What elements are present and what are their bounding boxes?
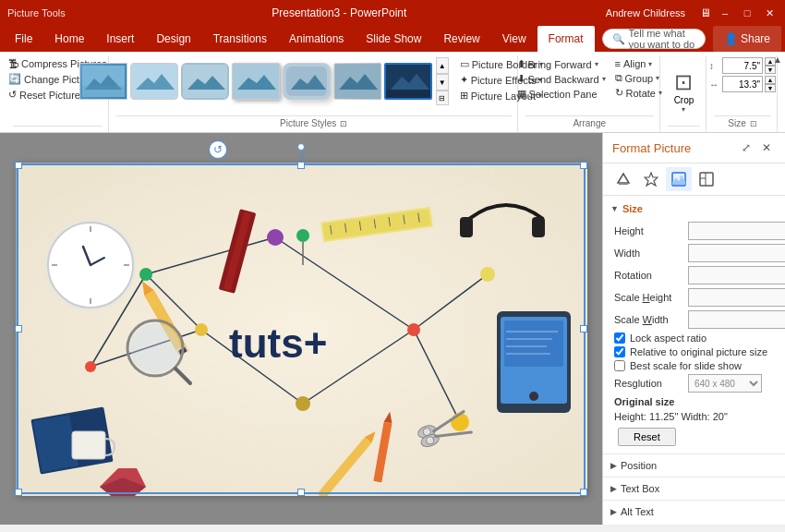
- menu-bar: File Home Insert Design Transitions Anim…: [0, 26, 785, 52]
- styles-scroll-up[interactable]: ▲: [436, 57, 449, 74]
- style-preview-4: [233, 64, 279, 99]
- lock-aspect-checkbox[interactable]: [614, 332, 625, 344]
- style-thumb-3[interactable]: [181, 63, 229, 100]
- size-arrow: ▼: [610, 204, 619, 213]
- text-box-section-header[interactable]: ▶ Text Box: [603, 478, 785, 500]
- align-button[interactable]: ≡ Align ▾: [611, 57, 666, 70]
- style-thumb-5[interactable]: [283, 63, 331, 100]
- original-size-title: Original size: [614, 396, 774, 407]
- relative-original-label: Relative to original picture size: [630, 346, 767, 357]
- size-section-body: Height ▲ ▼ Width: [603, 218, 785, 452]
- svg-rect-6: [334, 64, 380, 99]
- reset-icon: ↺: [8, 89, 17, 101]
- menu-animations[interactable]: Animations: [278, 26, 355, 52]
- menu-format[interactable]: Format: [537, 26, 595, 52]
- close-button[interactable]: ✕: [761, 5, 778, 21]
- border-icon: ▭: [460, 58, 469, 70]
- panel-close-icon[interactable]: ✕: [757, 139, 776, 157]
- bring-forward-button[interactable]: ⬆ Bring Forward ▾: [513, 57, 610, 71]
- rotate-handle[interactable]: ↺: [209, 140, 227, 159]
- text-box-label: Text Box: [621, 483, 659, 494]
- svg-point-25: [480, 267, 495, 282]
- send-backward-arrow: ▾: [602, 75, 606, 83]
- rotation-row: Rotation ▲ ▼: [614, 266, 774, 284]
- styles-scroll-down[interactable]: ▼: [436, 74, 449, 91]
- format-panel: Format Picture ⤢ ✕: [602, 133, 785, 525]
- size-section-header[interactable]: ▼ Size: [603, 200, 785, 218]
- svg-rect-3: [183, 64, 227, 99]
- menu-review[interactable]: Review: [432, 26, 490, 52]
- width-value-input[interactable]: [688, 244, 785, 262]
- main-area: ↺: [0, 133, 785, 525]
- maximize-button[interactable]: □: [739, 5, 755, 21]
- best-scale-label: Best scale for slide show: [630, 360, 742, 371]
- width-down[interactable]: ▼: [765, 84, 776, 92]
- svg-rect-75: [72, 431, 105, 459]
- rotate-button[interactable]: ↻ Rotate ▾: [611, 86, 666, 100]
- text-box-section: ▶ Text Box: [603, 477, 785, 500]
- tab-effects[interactable]: [638, 167, 664, 191]
- width-input[interactable]: [722, 76, 763, 92]
- send-backward-icon: ⬇: [517, 73, 525, 85]
- group-button[interactable]: ⧉ Group ▾: [611, 71, 666, 85]
- handle-rotate[interactable]: ↺: [297, 143, 305, 151]
- menu-transitions[interactable]: Transitions: [202, 26, 278, 52]
- reset-size-button[interactable]: Reset: [618, 428, 676, 446]
- alt-text-section-header[interactable]: ▶ Alt Text: [603, 501, 785, 523]
- collapse-ribbon-button[interactable]: ▲: [772, 54, 783, 65]
- resolution-select[interactable]: 640 x 480 800 x 600 1024 x 768: [688, 374, 762, 393]
- panel-expand-icon[interactable]: ⤢: [737, 139, 755, 157]
- position-arrow: ▶: [610, 461, 617, 470]
- height-down[interactable]: ▼: [765, 66, 776, 74]
- width-up[interactable]: ▲: [765, 76, 776, 84]
- minimize-button[interactable]: –: [717, 5, 733, 21]
- title-bar: Picture Tools Presentation3 - PowerPoint…: [0, 0, 785, 26]
- height-input[interactable]: [722, 57, 763, 74]
- style-thumb-1[interactable]: [79, 63, 127, 100]
- best-scale-checkbox[interactable]: [614, 360, 625, 371]
- selection-pane-button[interactable]: ▦ Selection Pane: [513, 87, 610, 101]
- menu-view[interactable]: View: [491, 26, 537, 52]
- send-backward-label: Send Backward: [528, 74, 599, 85]
- height-value-input[interactable]: [688, 222, 785, 240]
- svg-point-24: [267, 229, 284, 246]
- rotation-value-input[interactable]: [688, 266, 785, 284]
- crop-button[interactable]: ⊡ Crop ▾: [669, 66, 700, 117]
- resolution-row: Resglution 640 x 480 800 x 600 1024 x 76…: [614, 374, 774, 393]
- style-thumb-7[interactable]: [384, 63, 432, 100]
- tab-layout[interactable]: [694, 167, 719, 191]
- best-scale-row: Best scale for slide show: [614, 360, 774, 371]
- styles-more[interactable]: ⊟: [436, 91, 449, 105]
- width-spinner: ▲ ▼: [765, 76, 776, 92]
- tab-fill-effects[interactable]: [610, 167, 636, 191]
- scale-width-input[interactable]: [688, 310, 785, 329]
- menu-file[interactable]: File: [4, 26, 43, 52]
- menu-insert[interactable]: Insert: [95, 26, 145, 52]
- width-icon: ↔: [709, 79, 720, 90]
- style-thumb-6[interactable]: [333, 63, 381, 100]
- scale-height-input[interactable]: [688, 288, 785, 307]
- style-preview-5: [284, 64, 330, 99]
- relative-original-checkbox[interactable]: [614, 346, 625, 357]
- position-section-header[interactable]: ▶ Position: [603, 454, 785, 477]
- svg-point-20: [195, 323, 208, 336]
- picture-tab-icon: [671, 172, 686, 187]
- slide-canvas[interactable]: tuts+ ↺: [16, 163, 586, 495]
- menu-slideshow[interactable]: Slide Show: [355, 26, 432, 52]
- svg-rect-5: [286, 66, 327, 96]
- tell-me-input[interactable]: 🔍 Tell me what you want to do: [602, 29, 706, 49]
- style-thumb-4[interactable]: [232, 63, 280, 100]
- svg-marker-81: [645, 173, 658, 186]
- menu-home[interactable]: Home: [43, 26, 95, 52]
- crop-label: Crop: [674, 95, 694, 105]
- ribbon: 🗜 Compress Pictures 🔄 Change Picture ▾ ↺…: [0, 52, 785, 133]
- share-button[interactable]: 👤 Share: [713, 26, 781, 52]
- size-expand[interactable]: ⊡: [750, 119, 757, 128]
- tab-picture[interactable]: [666, 167, 692, 191]
- scale-height-row: Scale Height ▲ ▼: [614, 288, 774, 307]
- picture-styles-expand[interactable]: ⊡: [340, 119, 347, 128]
- menu-design[interactable]: Design: [145, 26, 201, 52]
- reset-label: Reset Picture: [19, 90, 80, 101]
- style-thumb-2[interactable]: [130, 63, 178, 100]
- send-backward-button[interactable]: ⬇ Send Backward ▾: [513, 72, 610, 86]
